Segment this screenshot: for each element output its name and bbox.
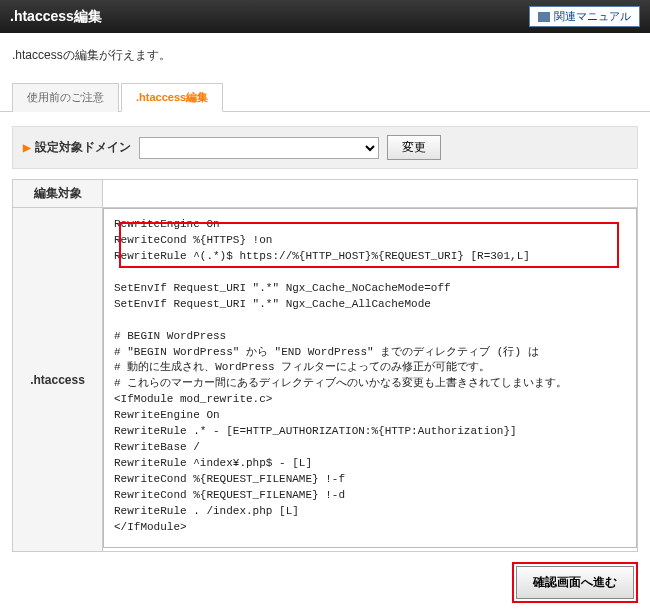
manual-link-button[interactable]: 関連マニュアル bbox=[529, 6, 640, 27]
domain-label: ▶ 設定対象ドメイン bbox=[23, 139, 131, 156]
domain-select[interactable] bbox=[139, 137, 379, 159]
table-row: .htaccess bbox=[13, 208, 638, 552]
htaccess-label: .htaccess bbox=[13, 208, 103, 552]
page-description: .htaccessの編集が行えます。 bbox=[0, 33, 650, 82]
editor-cell bbox=[103, 208, 638, 552]
page-title: .htaccess編集 bbox=[10, 8, 102, 26]
tab-htaccess-edit[interactable]: .htaccess編集 bbox=[121, 83, 223, 112]
edit-target-label: 編集対象 bbox=[13, 180, 103, 208]
manual-link-label: 関連マニュアル bbox=[554, 9, 631, 24]
domain-label-text: 設定対象ドメイン bbox=[35, 139, 131, 156]
edit-table: 編集対象 .htaccess bbox=[12, 179, 638, 552]
edit-target-value bbox=[103, 180, 638, 208]
htaccess-editor[interactable] bbox=[103, 208, 637, 548]
confirm-button[interactable]: 確認画面へ進む bbox=[516, 566, 634, 599]
footer-row: 確認画面へ進む bbox=[0, 552, 650, 610]
tab-notice[interactable]: 使用前のご注意 bbox=[12, 83, 119, 112]
page-container: .htaccess編集 関連マニュアル .htaccessの編集が行えます。 使… bbox=[0, 0, 650, 610]
tab-bar: 使用前のご注意 .htaccess編集 bbox=[0, 82, 650, 112]
book-icon bbox=[538, 12, 550, 22]
confirm-highlight: 確認画面へ進む bbox=[512, 562, 638, 603]
table-row: 編集対象 bbox=[13, 180, 638, 208]
domain-row: ▶ 設定対象ドメイン 変更 bbox=[12, 126, 638, 169]
marker-icon: ▶ bbox=[23, 142, 31, 153]
change-button[interactable]: 変更 bbox=[387, 135, 441, 160]
header-bar: .htaccess編集 関連マニュアル bbox=[0, 0, 650, 33]
